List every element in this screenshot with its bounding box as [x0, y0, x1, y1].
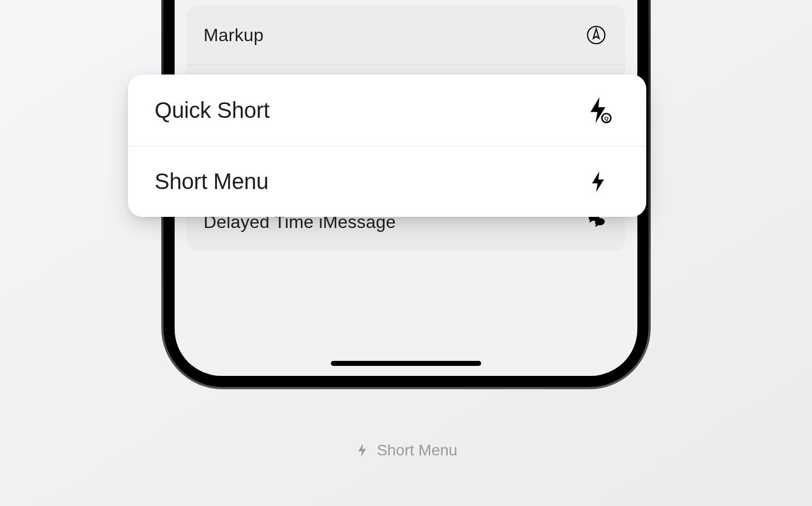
context-menu-item-quick-short[interactable]: Quick Short Q	[128, 75, 646, 146]
home-indicator[interactable]	[331, 361, 481, 366]
context-menu-item-short-menu[interactable]: Short Menu	[128, 146, 646, 217]
svg-text:Q: Q	[605, 115, 609, 121]
share-row-markup[interactable]: Markup	[187, 6, 625, 65]
markup-icon	[584, 23, 608, 47]
context-menu-item-label: Short Menu	[155, 169, 269, 194]
bolt-icon	[583, 166, 614, 197]
caption: Short Menu	[355, 441, 458, 459]
caption-label: Short Menu	[377, 441, 458, 459]
bolt-q-icon: Q	[583, 95, 614, 126]
share-row-label: Markup	[204, 25, 264, 46]
bolt-icon	[355, 443, 370, 458]
context-menu-item-label: Quick Short	[155, 98, 270, 123]
context-menu: Quick Short Q Short Menu	[128, 75, 646, 217]
